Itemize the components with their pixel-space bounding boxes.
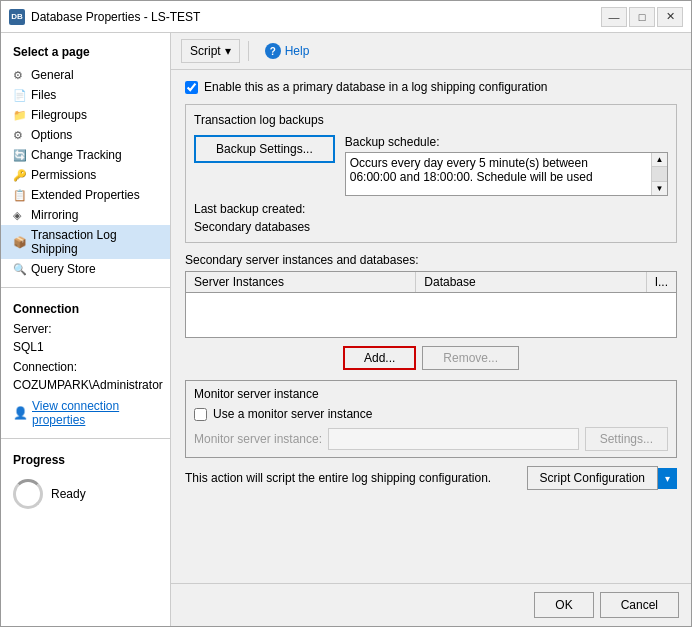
progress-spinner [13,479,43,509]
sidebar-item-transaction-log-shipping[interactable]: 📦 Transaction Log Shipping [1,225,170,259]
panel-content: Enable this as a primary database in a l… [171,70,691,583]
grid-header-database: Database [416,272,646,292]
help-button[interactable]: ? Help [257,39,318,63]
sidebar-item-permissions[interactable]: 🔑 Permissions [1,165,170,185]
connection-label: Connection: [1,358,170,376]
secondary-databases-label: Secondary databases [194,220,668,234]
scroll-track [652,167,667,181]
enable-primary-label: Enable this as a primary database in a l… [204,80,548,94]
window-title: Database Properties - LS-TEST [31,10,601,24]
sidebar-item-general[interactable]: ⚙ General [1,65,170,85]
schedule-text-line2: 06:00:00 and 18:00:00. Schedule will be … [350,170,649,184]
sidebar-item-label: General [31,68,74,82]
monitor-section-label: Monitor server instance [194,387,668,401]
main-panel: Script ▾ ? Help Enable this as a primary… [171,33,691,626]
sidebar-header: Select a page [1,41,170,65]
close-button[interactable]: ✕ [657,7,683,27]
query-store-icon: 🔍 [13,262,27,276]
progress-row: Ready [1,475,170,513]
main-content: Select a page ⚙ General 📄 Files 📁 Filegr… [1,33,691,626]
backup-settings-button[interactable]: Backup Settings... [194,135,335,163]
script-label: Script [190,44,221,58]
connection-section-label: Connection [1,296,170,320]
toolbar: Script ▾ ? Help [171,33,691,70]
sidebar-item-label: Extended Properties [31,188,140,202]
sidebar-item-label: Filegroups [31,108,87,122]
connection-link-icon: 👤 [13,406,28,420]
sidebar-item-extended-properties[interactable]: 📋 Extended Properties [1,185,170,205]
script-config-arrow-button[interactable]: ▾ [658,468,677,489]
script-button[interactable]: Script ▾ [181,39,240,63]
sidebar-item-label: Permissions [31,168,96,182]
title-bar: DB Database Properties - LS-TEST — □ ✕ [1,1,691,33]
bottom-bar: OK Cancel [171,583,691,626]
script-arrow-icon: ▾ [225,44,231,58]
transaction-log-backups-label: Transaction log backups [194,113,668,127]
maximize-button[interactable]: □ [629,7,655,27]
sidebar-divider-2 [1,438,170,439]
schedule-scrollbar[interactable]: ▲ ▼ [651,153,667,195]
sidebar-item-label: Mirroring [31,208,78,222]
use-monitor-checkbox[interactable] [194,408,207,421]
sidebar-item-options[interactable]: ⚙ Options [1,125,170,145]
backup-schedule-label: Backup schedule: [345,135,668,149]
grid-body [186,293,676,337]
window-icon: DB [9,9,25,25]
progress-status: Ready [51,487,86,501]
sidebar: Select a page ⚙ General 📄 Files 📁 Filegr… [1,33,171,626]
options-icon: ⚙ [13,128,27,142]
schedule-box: Backup schedule: Occurs every day every … [345,135,668,196]
add-button[interactable]: Add... [343,346,416,370]
schedule-text-area: Occurs every day every 5 minute(s) betwe… [345,152,668,196]
toolbar-separator [248,41,249,61]
sidebar-item-label: Files [31,88,56,102]
grid-header-server-instances: Server Instances [186,272,416,292]
minimize-button[interactable]: — [601,7,627,27]
grid-header-i: I... [647,272,676,292]
monitor-settings-button[interactable]: Settings... [585,427,668,451]
sidebar-item-files[interactable]: 📄 Files [1,85,170,105]
server-value: SQL1 [1,338,170,358]
permissions-icon: 🔑 [13,168,27,182]
sidebar-item-label: Options [31,128,72,142]
filegroups-icon: 📁 [13,108,27,122]
monitor-instance-label: Monitor server instance: [194,432,322,446]
sidebar-item-label: Change Tracking [31,148,122,162]
last-backup-label: Last backup created: [194,202,668,216]
general-icon: ⚙ [13,68,27,82]
secondary-server-section-label: Secondary server instances and databases… [185,253,677,267]
enable-primary-checkbox[interactable] [185,81,198,94]
sidebar-item-mirroring[interactable]: ◈ Mirroring [1,205,170,225]
monitor-instance-input[interactable] [328,428,579,450]
use-monitor-label: Use a monitor server instance [213,407,372,421]
enable-primary-checkbox-row[interactable]: Enable this as a primary database in a l… [185,80,677,94]
extended-props-icon: 📋 [13,188,27,202]
help-icon: ? [265,43,281,59]
server-label: Server: [1,320,170,338]
database-properties-window: DB Database Properties - LS-TEST — □ ✕ S… [0,0,692,627]
cancel-button[interactable]: Cancel [600,592,679,618]
add-remove-row: Add... Remove... [185,346,677,370]
remove-button[interactable]: Remove... [422,346,519,370]
script-config-button[interactable]: Script Configuration [527,466,658,490]
sidebar-item-filegroups[interactable]: 📁 Filegroups [1,105,170,125]
view-connection-properties-label[interactable]: View connection properties [32,399,158,427]
backup-row: Backup Settings... Backup schedule: Occu… [194,135,668,196]
sidebar-item-change-tracking[interactable]: 🔄 Change Tracking [1,145,170,165]
sidebar-divider [1,287,170,288]
scroll-down-arrow[interactable]: ▼ [652,181,667,195]
script-config-dropdown[interactable]: Script Configuration ▾ [527,466,677,490]
scroll-up-arrow[interactable]: ▲ [652,153,667,167]
connection-value: COZUMPARK\Administrator [1,376,170,396]
title-bar-controls: — □ ✕ [601,7,683,27]
progress-section-label: Progress [1,447,170,471]
script-config-row: This action will script the entire log s… [185,466,677,490]
files-icon: 📄 [13,88,27,102]
ok-button[interactable]: OK [534,592,593,618]
monitor-checkbox-row[interactable]: Use a monitor server instance [194,407,668,421]
monitor-instance-row: Monitor server instance: Settings... [194,427,668,451]
sidebar-item-query-store[interactable]: 🔍 Query Store [1,259,170,279]
secondary-servers-grid: Server Instances Database I... [185,271,677,338]
log-shipping-icon: 📦 [13,235,27,249]
view-connection-properties-link[interactable]: 👤 View connection properties [1,396,170,430]
